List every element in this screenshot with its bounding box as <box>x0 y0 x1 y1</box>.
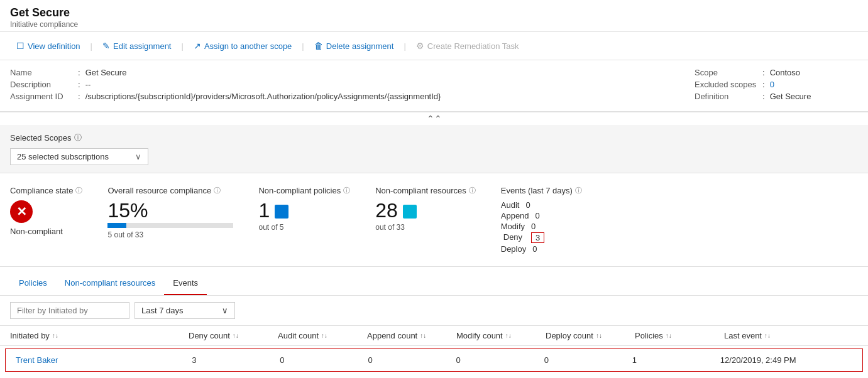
chevron-down-icon: ∨ <box>135 152 141 161</box>
td-policies: 1 <box>632 355 720 365</box>
colon-2: : <box>78 80 80 89</box>
event-modify-row: Modify 0 <box>501 222 858 231</box>
th-deploy-count-sort-icon[interactable]: ↑↓ <box>596 332 602 339</box>
colon-5: : <box>762 80 765 89</box>
excluded-scopes-value[interactable]: 0 <box>770 80 774 89</box>
edit-assignment-button[interactable]: ✎ Edit assignment <box>96 37 178 55</box>
non-compliant-policies-title-text: Non-compliant policies <box>258 186 341 195</box>
th-initiated-by: Initiated by ↑↓ <box>10 331 189 340</box>
non-compliant-resources-sub: out of 33 <box>375 223 476 232</box>
info-row-assignment-id: Assignment ID : /subscriptions/{subscrip… <box>10 92 657 101</box>
scopes-label: Selected Scopes ⓘ <box>10 132 858 143</box>
th-append-count-label: Append count <box>367 331 417 340</box>
td-modify-count: 0 <box>456 355 544 365</box>
delete-assignment-button[interactable]: 🗑 Delete assignment <box>308 37 400 55</box>
events-title: Events (last 7 days) ⓘ <box>501 186 858 195</box>
th-deny-count: Deny count ↑↓ <box>189 331 278 340</box>
description-value: -- <box>85 80 91 89</box>
description-label: Description <box>10 80 73 89</box>
info-row-excluded-scopes: Excluded scopes : 0 <box>695 80 858 89</box>
resource-icon <box>403 205 417 219</box>
filter-section: Last 7 days ∨ <box>0 296 868 326</box>
metrics-section: Compliance state ⓘ ✕ Non-compliant Overa… <box>0 173 868 267</box>
remediation-icon: ⚙ <box>416 41 424 51</box>
compliance-state-title-text: Compliance state <box>10 186 73 195</box>
td-initiated-by[interactable]: Trent Baker <box>16 355 192 365</box>
overall-compliance-title: Overall resource compliance ⓘ <box>107 186 233 195</box>
info-row-definition: Definition : Get Secure <box>695 92 858 101</box>
assign-scope-button[interactable]: ↗ Assign to another scope <box>187 37 298 55</box>
th-append-count-sort-icon[interactable]: ↑↓ <box>420 332 426 339</box>
info-section-left: Name : Get Secure Description : -- Assig… <box>10 68 657 104</box>
assignment-id-value: /subscriptions/{subscriptionId}/provider… <box>85 92 441 101</box>
overall-compliance-title-text: Overall resource compliance <box>107 186 211 195</box>
th-modify-count-label: Modify count <box>456 331 503 340</box>
overall-compliance-metric: Overall resource compliance ⓘ 15% 5 out … <box>107 186 233 254</box>
th-deny-count-sort-icon[interactable]: ↑↓ <box>233 332 239 339</box>
info-row-description: Description : -- <box>10 80 657 89</box>
colon-6: : <box>762 92 765 101</box>
scopes-dropdown[interactable]: 25 selected subscriptions ∨ <box>10 148 148 165</box>
non-compliant-policies-info-icon: ⓘ <box>343 186 350 195</box>
non-compliant-resources-metric: Non-compliant resources ⓘ 28 out of 33 <box>375 186 476 254</box>
tab-events[interactable]: Events <box>164 272 207 295</box>
event-modify-value: 0 <box>531 222 536 231</box>
non-compliant-resources-info-icon: ⓘ <box>469 186 476 195</box>
scopes-dropdown-value: 25 selected subscriptions <box>17 152 109 161</box>
toolbar-divider-2: | <box>181 41 183 51</box>
overall-compliance-sub: 5 out of 33 <box>107 230 233 239</box>
view-definition-label: View definition <box>28 41 80 51</box>
th-policies-sort-icon[interactable]: ↑↓ <box>666 332 672 339</box>
th-modify-count-sort-icon[interactable]: ↑↓ <box>505 332 512 339</box>
colon-4: : <box>762 68 765 77</box>
table-header: Initiated by ↑↓ Deny count ↑↓ Audit coun… <box>0 326 868 346</box>
non-compliant-policies-sub: out of 5 <box>258 223 350 232</box>
view-definition-button[interactable]: ☐ View definition <box>10 37 87 55</box>
th-policies-label: Policies <box>635 331 663 340</box>
scope-label: Scope <box>695 68 757 77</box>
assignment-id-label: Assignment ID <box>10 92 73 101</box>
compliance-state-metric: Compliance state ⓘ ✕ Non-compliant <box>10 186 82 254</box>
th-deploy-count-label: Deploy count <box>546 331 593 340</box>
tab-policies[interactable]: Policies <box>10 272 56 295</box>
event-deploy-row: Deploy 0 <box>501 244 858 254</box>
th-initiated-by-sort-icon[interactable]: ↑↓ <box>52 332 58 339</box>
tab-non-compliant-resources[interactable]: Non-compliant resources <box>56 272 165 295</box>
toolbar-divider-1: | <box>91 41 92 51</box>
th-audit-count-sort-icon[interactable]: ↑↓ <box>321 332 327 339</box>
compliance-progress-bar <box>107 223 126 228</box>
event-append-label: Append <box>501 211 529 220</box>
collapse-button[interactable]: ⌃⌃ <box>0 112 868 125</box>
colon-1: : <box>78 68 80 77</box>
compliance-state-icon: ✕ <box>10 200 33 223</box>
scopes-section: Selected Scopes ⓘ 25 selected subscripti… <box>0 125 868 173</box>
compliance-progress-bar-container <box>107 223 233 228</box>
overall-compliance-info-icon: ⓘ <box>214 186 221 195</box>
non-compliant-resources-value-row: 28 <box>375 200 476 220</box>
create-remediation-button[interactable]: ⚙ Create Remediation Task <box>410 37 525 55</box>
events-rows: Audit 0 Append 0 Modify 0 Deny 3 Deploy … <box>501 200 858 254</box>
th-audit-count: Audit count ↑↓ <box>278 331 367 340</box>
filter-initiated-by-input[interactable] <box>10 302 129 319</box>
th-last-event-sort-icon[interactable]: ↑↓ <box>764 332 771 339</box>
toolbar-divider-4: | <box>404 41 405 51</box>
tabs-section: Policies Non-compliant resources Events <box>0 272 868 296</box>
compliance-state-title: Compliance state ⓘ <box>10 186 82 195</box>
filter-period-dropdown[interactable]: Last 7 days ∨ <box>135 302 235 319</box>
info-row-scope: Scope : Contoso <box>695 68 858 77</box>
non-compliant-resources-value: 28 <box>375 200 398 220</box>
compliance-state-info-icon: ⓘ <box>75 186 82 195</box>
excluded-scopes-label: Excluded scopes <box>695 80 757 89</box>
delete-assignment-label: Delete assignment <box>326 41 394 51</box>
event-audit-value: 0 <box>525 200 530 210</box>
th-policies: Policies ↑↓ <box>635 331 724 340</box>
colon-3: : <box>78 92 80 101</box>
non-compliant-policies-value-row: 1 <box>258 200 350 220</box>
event-audit-row: Audit 0 <box>501 200 858 210</box>
definition-value: Get Secure <box>770 92 811 101</box>
filter-period-value: Last 7 days <box>141 306 184 315</box>
assign-scope-icon: ↗ <box>194 41 201 51</box>
collapse-icon: ⌃⌃ <box>427 114 442 124</box>
events-info-icon: ⓘ <box>575 186 582 195</box>
info-section: Name : Get Secure Description : -- Assig… <box>0 60 868 112</box>
